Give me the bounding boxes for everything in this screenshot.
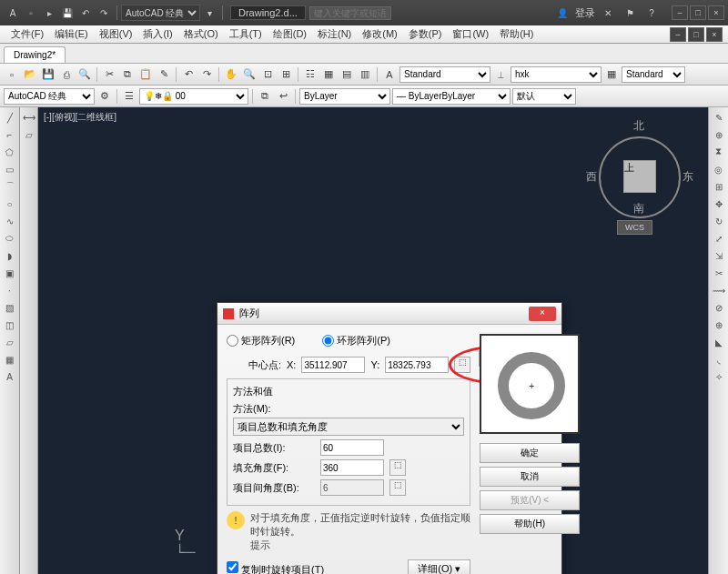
extend-icon[interactable]: ⟿ — [711, 282, 727, 298]
workspace-combo[interactable]: AutoCAD 经典 — [121, 5, 200, 21]
region-icon[interactable]: ▱ — [2, 334, 18, 350]
search-input[interactable] — [309, 6, 391, 20]
center-y-input[interactable] — [385, 357, 449, 373]
help-icon[interactable]: ? — [644, 5, 659, 20]
favorite-icon[interactable]: ⚑ — [622, 5, 637, 20]
rect-array-radio[interactable]: 矩形阵列(R) — [227, 334, 295, 347]
layer-btn[interactable]: ☰ — [121, 88, 137, 105]
undo-icon[interactable]: ↶ — [78, 5, 93, 20]
layer-prev-btn[interactable]: ↩ — [275, 88, 291, 105]
scale-icon[interactable]: ⤢ — [711, 230, 727, 247]
array-icon[interactable]: ⊞ — [711, 178, 727, 195]
rotate-icon[interactable]: ↻ — [711, 213, 727, 229]
fill-angle-input[interactable] — [320, 459, 384, 476]
menu-insert[interactable]: 插入(I) — [137, 25, 177, 43]
ltype-combo[interactable]: — ByLayerByLayer — [392, 88, 511, 105]
pline-icon[interactable]: ⌐ — [2, 126, 18, 143]
between-angle-input[interactable] — [320, 479, 384, 496]
hatch-icon[interactable]: ▨ — [2, 299, 18, 316]
ws-combo[interactable]: AutoCAD 经典 — [4, 88, 95, 105]
redo-btn[interactable]: ↷ — [198, 66, 215, 83]
menu-format[interactable]: 格式(O) — [178, 25, 224, 43]
menu-edit[interactable]: 编辑(E) — [49, 25, 94, 43]
table-icon[interactable]: ▦ — [2, 351, 18, 368]
new-btn[interactable]: ▫ — [4, 66, 20, 83]
pan-btn[interactable]: ✋ — [223, 66, 239, 83]
doc-max-button[interactable]: □ — [688, 27, 704, 42]
exchange-icon[interactable]: ✕ — [601, 5, 615, 20]
ok-button[interactable]: 确定 — [480, 443, 580, 463]
fillet-icon[interactable]: ◟ — [711, 351, 727, 368]
menu-view[interactable]: 视图(V) — [94, 25, 138, 43]
user-icon[interactable]: 👤 — [555, 5, 570, 20]
rect-icon[interactable]: ▭ — [2, 161, 18, 177]
login-link[interactable]: 登录 — [575, 6, 595, 20]
block-icon[interactable]: ▣ — [2, 265, 18, 281]
wcs-label[interactable]: WCS — [617, 220, 652, 235]
viewcube-top[interactable]: 上 — [623, 160, 656, 193]
mtext-icon[interactable]: A — [2, 368, 18, 385]
ws-arrow-icon[interactable]: ▾ — [202, 5, 217, 20]
new-icon[interactable]: ▫ — [24, 5, 38, 20]
earc-icon[interactable]: ◗ — [2, 247, 18, 264]
match-btn[interactable]: ✎ — [156, 66, 172, 83]
item-count-input[interactable] — [320, 439, 384, 456]
center-x-input[interactable] — [301, 357, 365, 373]
dialog-close-button[interactable]: × — [529, 307, 556, 321]
layer-combo[interactable]: 💡❄🔒 00 — [139, 88, 248, 105]
viewport-label[interactable]: [-][俯视][二维线框] — [44, 111, 116, 124]
spline-icon[interactable]: ∿ — [2, 213, 18, 229]
maximize-button[interactable]: □ — [690, 5, 706, 20]
menu-dim[interactable]: 标注(N) — [312, 25, 357, 43]
trim-icon[interactable]: ✂ — [711, 265, 727, 281]
cut-btn[interactable]: ✂ — [101, 66, 117, 83]
break-icon[interactable]: ⊘ — [711, 299, 727, 316]
polar-array-radio[interactable]: 环形阵列(P) — [322, 334, 390, 347]
dist-icon[interactable]: ⟷ — [21, 109, 37, 126]
preview-btn[interactable]: 🔍 — [76, 66, 93, 83]
menu-window[interactable]: 窗口(W) — [447, 25, 494, 43]
viewcube[interactable]: 北 西 东 南 上 WCS — [590, 116, 690, 235]
menu-draw[interactable]: 绘图(D) — [268, 25, 312, 43]
menu-help[interactable]: 帮助(H) — [494, 25, 539, 43]
line-icon[interactable]: ╱ — [2, 109, 18, 126]
explode-icon[interactable]: ✧ — [711, 368, 727, 385]
point-icon[interactable]: · — [2, 282, 18, 298]
chamfer-icon[interactable]: ◣ — [711, 334, 727, 350]
zoom-btn[interactable]: 🔍 — [241, 66, 258, 83]
method-combo[interactable]: 项目总数和填充角度 — [233, 418, 464, 436]
pick-center-button[interactable]: ⬚ — [454, 357, 470, 373]
menu-file[interactable]: 文件(F) — [5, 25, 49, 43]
tablestyle-combo[interactable]: Standard — [622, 66, 685, 83]
pick-between-button[interactable]: ⬚ — [389, 479, 406, 496]
menu-tools[interactable]: 工具(T) — [224, 25, 268, 43]
save-icon[interactable]: 💾 — [60, 5, 75, 20]
more-button[interactable]: 详细(O) ▾ — [408, 559, 470, 574]
paste-btn[interactable]: 📋 — [137, 66, 154, 83]
open-btn[interactable]: 📂 — [22, 66, 38, 83]
mirror-icon[interactable]: ⧗ — [711, 144, 727, 160]
zoome-btn[interactable]: ⊞ — [278, 66, 294, 83]
tab-drawing[interactable]: Drawing2* — [4, 46, 66, 63]
stretch-icon[interactable]: ⇲ — [711, 247, 727, 264]
textstyle-icon[interactable]: A — [381, 66, 398, 83]
lweight-combo[interactable]: 默认 — [512, 88, 576, 105]
polygon-icon[interactable]: ⬠ — [2, 144, 18, 160]
ws-btn[interactable]: ⚙ — [96, 88, 113, 105]
rotate-items-checkbox[interactable]: 复制时旋转项目(T) — [227, 561, 324, 574]
pick-fill-button[interactable]: ⬚ — [389, 459, 406, 476]
dimstyle-icon[interactable]: ⟂ — [492, 66, 509, 83]
arc-icon[interactable]: ⌒ — [2, 178, 18, 195]
dc-btn[interactable]: ▦ — [320, 66, 337, 83]
move-icon[interactable]: ✥ — [711, 196, 727, 212]
redo-icon[interactable]: ↷ — [96, 5, 111, 20]
offset-icon[interactable]: ◎ — [711, 161, 727, 177]
open-icon[interactable]: ▸ — [42, 5, 56, 20]
copy-btn[interactable]: ⧉ — [119, 66, 136, 83]
circle-icon[interactable]: ○ — [2, 196, 18, 212]
area-icon[interactable]: ▱ — [21, 126, 37, 143]
print-btn[interactable]: ⎙ — [58, 66, 75, 83]
ellipse-icon[interactable]: ⬭ — [2, 230, 18, 247]
doc-close-button[interactable]: × — [706, 27, 723, 42]
color-combo[interactable]: ByLayer — [299, 88, 390, 105]
